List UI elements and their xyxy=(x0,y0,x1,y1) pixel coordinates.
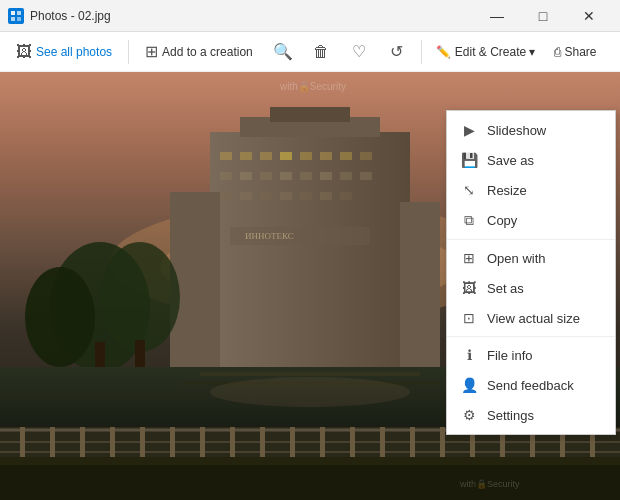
menu-item-view-actual-size-label: View actual size xyxy=(487,311,580,326)
svg-rect-24 xyxy=(300,172,312,180)
svg-rect-65 xyxy=(350,427,355,457)
svg-rect-59 xyxy=(170,427,175,457)
svg-rect-3 xyxy=(17,17,21,21)
menu-item-send-feedback[interactable]: 👤 Send feedback xyxy=(447,370,615,400)
title-bar-left: Photos - 02.jpg xyxy=(8,8,111,24)
delete-button[interactable]: 🗑 xyxy=(303,34,339,70)
main-image-area: ИННОТЕКС xyxy=(0,72,620,500)
set-as-icon: 🖼 xyxy=(461,280,477,296)
menu-item-resize-label: Resize xyxy=(487,183,527,198)
svg-rect-56 xyxy=(80,427,85,457)
view-size-icon: ⊡ xyxy=(461,310,477,326)
favorite-button[interactable]: ♡ xyxy=(341,34,377,70)
svg-rect-62 xyxy=(260,427,265,457)
menu-item-send-feedback-label: Send feedback xyxy=(487,378,574,393)
zoom-in-button[interactable]: 🔍 xyxy=(265,34,301,70)
svg-rect-66 xyxy=(380,427,385,457)
resize-icon: ⤡ xyxy=(461,182,477,198)
svg-rect-22 xyxy=(260,172,272,180)
menu-item-resize[interactable]: ⤡ Resize xyxy=(447,175,615,205)
menu-item-open-with-label: Open with xyxy=(487,251,546,266)
menu-item-settings[interactable]: ⚙ Settings xyxy=(447,400,615,430)
menu-item-slideshow-label: Slideshow xyxy=(487,123,546,138)
open-with-icon: ⊞ xyxy=(461,250,477,266)
svg-rect-61 xyxy=(230,427,235,457)
menu-item-set-as[interactable]: 🖼 Set as xyxy=(447,273,615,303)
svg-rect-47 xyxy=(200,372,420,376)
svg-rect-28 xyxy=(220,192,232,200)
svg-point-39 xyxy=(25,267,95,367)
share-button[interactable]: ⎙ Share xyxy=(546,41,605,63)
maximize-button[interactable]: □ xyxy=(520,0,566,32)
svg-rect-33 xyxy=(320,192,332,200)
svg-rect-25 xyxy=(320,172,332,180)
svg-rect-21 xyxy=(240,172,252,180)
menu-item-copy[interactable]: ⧉ Copy xyxy=(447,205,615,236)
svg-rect-12 xyxy=(220,152,232,160)
menu-item-settings-label: Settings xyxy=(487,408,534,423)
print-button[interactable]: 🖨 xyxy=(607,34,620,70)
svg-text:ИННОТЕКС: ИННОТЕКС xyxy=(245,231,294,241)
menu-divider-2 xyxy=(447,336,615,337)
svg-rect-27 xyxy=(360,172,372,180)
minimize-button[interactable]: — xyxy=(474,0,520,32)
svg-rect-29 xyxy=(240,192,252,200)
menu-item-save-as-label: Save as xyxy=(487,153,534,168)
add-to-creation-button[interactable]: ⊞ Add to a creation xyxy=(137,38,261,65)
svg-rect-23 xyxy=(280,172,292,180)
app-icon xyxy=(8,8,24,24)
svg-rect-7 xyxy=(210,132,410,382)
edit-icon: ✏️ xyxy=(436,45,451,59)
svg-rect-17 xyxy=(320,152,332,160)
share-icon: ⎙ xyxy=(554,45,561,59)
svg-rect-31 xyxy=(280,192,292,200)
file-info-icon: ℹ xyxy=(461,347,477,363)
svg-rect-30 xyxy=(260,192,272,200)
svg-rect-64 xyxy=(320,427,325,457)
svg-text:with🔒Security: with🔒Security xyxy=(279,80,346,93)
svg-rect-19 xyxy=(360,152,372,160)
svg-rect-20 xyxy=(220,172,232,180)
svg-rect-26 xyxy=(340,172,352,180)
svg-rect-75 xyxy=(0,457,620,465)
menu-item-file-info[interactable]: ℹ File info xyxy=(447,340,615,370)
svg-rect-54 xyxy=(20,427,25,457)
svg-rect-67 xyxy=(410,427,415,457)
svg-rect-9 xyxy=(400,202,440,382)
svg-rect-63 xyxy=(290,427,295,457)
slideshow-icon: ▶ xyxy=(461,122,477,138)
photos-icon: 🖼 xyxy=(16,43,32,61)
svg-point-49 xyxy=(210,377,410,407)
svg-rect-32 xyxy=(300,192,312,200)
svg-rect-18 xyxy=(340,152,352,160)
window-controls: — □ ✕ xyxy=(474,0,612,32)
menu-item-open-with[interactable]: ⊞ Open with xyxy=(447,243,615,273)
window-title: Photos - 02.jpg xyxy=(30,9,111,23)
save-as-icon: 💾 xyxy=(461,152,477,168)
svg-text:with🔒Security: with🔒Security xyxy=(459,478,520,490)
close-button[interactable]: ✕ xyxy=(566,0,612,32)
menu-item-set-as-label: Set as xyxy=(487,281,524,296)
settings-icon: ⚙ xyxy=(461,407,477,423)
menu-item-copy-label: Copy xyxy=(487,213,517,228)
edit-create-button[interactable]: ✏️ Edit & Create ▾ xyxy=(428,41,544,63)
menu-item-save-as[interactable]: 💾 Save as xyxy=(447,145,615,175)
svg-rect-68 xyxy=(440,427,445,457)
toolbar-separator-2 xyxy=(421,40,422,64)
context-menu: ▶ Slideshow 💾 Save as ⤡ Resize ⧉ Copy ⊞ … xyxy=(446,110,616,435)
svg-point-38 xyxy=(100,242,180,352)
feedback-icon: 👤 xyxy=(461,377,477,393)
see-all-photos-button[interactable]: 🖼 See all photos xyxy=(8,39,120,65)
svg-rect-2 xyxy=(11,17,15,21)
menu-item-slideshow[interactable]: ▶ Slideshow xyxy=(447,115,615,145)
svg-rect-60 xyxy=(200,427,205,457)
svg-rect-11 xyxy=(270,107,350,122)
toolbar-left: 🖼 See all photos ⊞ Add to a creation xyxy=(8,38,261,65)
menu-item-view-actual-size[interactable]: ⊡ View actual size xyxy=(447,303,615,333)
svg-rect-0 xyxy=(11,11,15,15)
svg-rect-14 xyxy=(260,152,272,160)
menu-item-file-info-label: File info xyxy=(487,348,533,363)
svg-rect-1 xyxy=(17,11,21,15)
rotate-button[interactable]: ↺ xyxy=(379,34,415,70)
add-icon: ⊞ xyxy=(145,42,158,61)
